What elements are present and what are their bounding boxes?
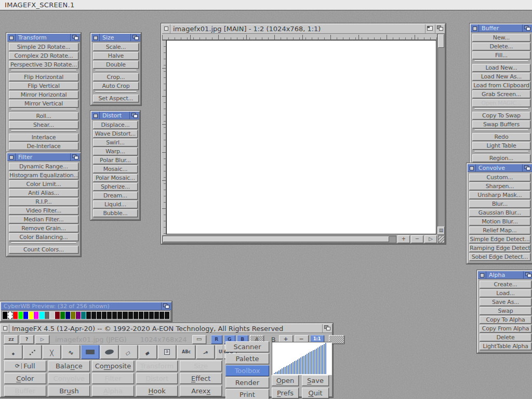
color-swatch-0[interactable] <box>3 312 7 319</box>
depth-icon[interactable] <box>70 153 80 161</box>
close-icon[interactable] <box>7 34 16 41</box>
grab-screen-button[interactable]: Grab Screen... <box>472 90 530 98</box>
color-swatch-19[interactable] <box>102 312 107 319</box>
balance-button[interactable]: Balance <box>48 361 90 371</box>
mosaic-button[interactable]: Mosaic... <box>93 165 138 173</box>
copy-to-swap-button[interactable]: Copy To Swap <box>472 112 530 119</box>
fill-button[interactable]: Fill... <box>472 51 530 59</box>
horizontal-scrollbar-track[interactable] <box>162 235 396 243</box>
polygon-tool[interactable] <box>119 345 138 359</box>
color-swatch-16[interactable] <box>86 312 91 319</box>
red-channel-button[interactable]: R <box>211 335 222 344</box>
color-swatch-1[interactable] <box>8 312 12 319</box>
color-swatch-8[interactable] <box>45 312 49 319</box>
zoom-gadget-icon[interactable] <box>425 24 435 33</box>
color-swatch-24[interactable] <box>128 312 133 319</box>
scanner-button[interactable]: Scanner <box>225 341 269 352</box>
color-swatch-4[interactable] <box>23 312 28 319</box>
remove-grain-button[interactable]: Remove Grain... <box>9 224 78 232</box>
depth-icon[interactable] <box>130 34 140 41</box>
freehand-tool[interactable] <box>139 345 157 359</box>
auto-crop-button[interactable]: Auto Crop <box>93 82 139 90</box>
color-swatch-20[interactable] <box>107 312 112 319</box>
ellipse-tool[interactable] <box>100 345 118 359</box>
color-swatch-25[interactable] <box>134 312 138 319</box>
color-swatch-26[interactable] <box>139 312 143 319</box>
distort-panel-titlebar[interactable]: Distort <box>91 112 139 119</box>
simple-edge-detect-button[interactable]: Simple Edge Detect... <box>469 235 530 243</box>
displace-button[interactable]: Displace... <box>93 121 138 129</box>
hook-button[interactable]: Hook <box>136 385 178 396</box>
dot-tool[interactable] <box>4 345 22 359</box>
motion-blur-button[interactable]: Motion Blur... <box>469 218 530 225</box>
zoom-out-button[interactable]: − <box>411 235 423 243</box>
color-swatch-10[interactable] <box>55 312 60 319</box>
close-icon[interactable] <box>471 24 479 32</box>
line-tool[interactable] <box>43 345 61 359</box>
redo-button[interactable]: Redo <box>472 133 530 141</box>
ramping-edge-detect-button[interactable]: Ramping Edge Detect <box>469 244 530 252</box>
color-swatch-21[interactable] <box>112 312 117 319</box>
polar-mosaic-button[interactable]: Polar Mosaic... <box>93 174 138 182</box>
dream-button[interactable]: Dream... <box>93 192 138 200</box>
depth-icon[interactable] <box>522 164 532 171</box>
custom-button[interactable]: Custom... <box>469 174 530 181</box>
mirror-horizontal-button[interactable]: Mirror Horizontal <box>9 91 78 99</box>
play-button[interactable]: ▷ <box>424 235 437 243</box>
move-tool[interactable] <box>196 345 215 359</box>
copy-from-alpha-button[interactable]: Copy From Alpha <box>480 325 531 332</box>
r-i-p-button[interactable]: R.I.P... <box>9 198 78 206</box>
simple-2d-rotate-button[interactable]: Simple 2D Rotate... <box>9 43 78 51</box>
color-balancing-button[interactable]: Color Balancing... <box>9 233 78 241</box>
screen-mode-button[interactable]: ▭ <box>192 335 206 344</box>
close-icon[interactable] <box>478 271 486 278</box>
color-swatch-28[interactable] <box>149 312 154 319</box>
fill-tool[interactable] <box>158 345 176 359</box>
load-new-as-button[interactable]: Load New As... <box>472 73 530 81</box>
brush-button[interactable]: Brush <box>48 385 90 396</box>
depth-icon[interactable] <box>129 112 139 119</box>
count-colors-button[interactable]: Count Colors... <box>9 246 78 254</box>
color-swatch-29[interactable] <box>154 312 159 319</box>
swirl-button[interactable]: Swirl... <box>93 139 138 147</box>
load-button[interactable]: Load... <box>480 289 531 297</box>
color-swatch-31[interactable] <box>165 312 169 319</box>
full-button[interactable]: ⟳Full <box>4 361 46 371</box>
spherize-button[interactable]: Spherize... <box>93 183 138 191</box>
color-swatch-27[interactable] <box>144 312 149 319</box>
open-button[interactable]: Open <box>272 375 299 386</box>
polar-blur-button[interactable]: Polar Blur... <box>93 156 138 164</box>
alpha-panel-titlebar[interactable]: Alpha <box>478 271 532 279</box>
de-interlace-button[interactable]: De-Interlace <box>9 142 78 150</box>
create-button[interactable]: Create... <box>480 281 531 288</box>
effect-button[interactable]: Effect <box>180 373 222 384</box>
resize-corner[interactable] <box>438 235 445 243</box>
size-panel-titlebar[interactable]: Size <box>91 34 140 42</box>
flip-vertical-button[interactable]: Flip Vertical <box>9 82 78 90</box>
liquid-button[interactable]: Liquid... <box>93 201 138 208</box>
flip-horizontal-button[interactable]: Flip Horizontal <box>9 73 78 81</box>
text-tool[interactable] <box>177 345 195 359</box>
anti-alias-button[interactable]: Anti Alias... <box>9 189 78 197</box>
box-tool[interactable] <box>81 345 99 359</box>
video-filter-button[interactable]: Video Filter... <box>9 207 78 215</box>
complex-2d-rotate-button[interactable]: Complex 2D Rotate... <box>9 52 78 60</box>
horizontal-scrollbar[interactable]: + − ▷ <box>162 235 437 243</box>
halve-button[interactable]: Halve <box>93 52 139 60</box>
vertical-scrollbar[interactable]: ▤ <box>437 34 445 235</box>
color-swatch-7[interactable] <box>39 312 44 319</box>
convolve-panel-titlebar[interactable]: Convolve <box>468 164 532 172</box>
image-window-titlebar[interactable]: imagefx01.jpg [MAIN] - 1:2 (1024x768, 1:… <box>162 24 445 34</box>
warp-button[interactable]: Warp... <box>93 148 138 155</box>
zoom-in-button[interactable]: + <box>397 235 410 243</box>
save-as-button[interactable]: Save As... <box>480 298 531 306</box>
close-icon[interactable] <box>7 153 16 161</box>
mirror-vertical-button[interactable]: Mirror Vertical <box>9 100 78 108</box>
scale-button[interactable]: Scale... <box>93 43 139 51</box>
prefs-button[interactable]: Prefs <box>272 388 299 398</box>
color-swatch-23[interactable] <box>123 312 127 319</box>
color-limit-button[interactable]: Color Limit... <box>9 180 78 188</box>
toolbox-titlebar[interactable]: ImageFX 4.5 (12-Apr-20) -- © 1992-2020 A… <box>1 324 332 333</box>
cyberwb-titlebar[interactable]: CyberWB Preview: (32 of 256 shown) <box>1 302 171 310</box>
color-swatch-11[interactable] <box>60 312 65 319</box>
